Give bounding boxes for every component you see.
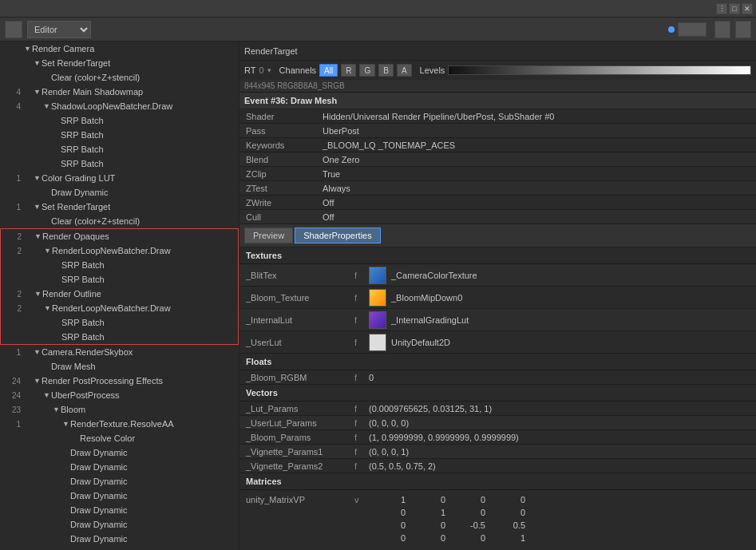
property-key: ZTest — [239, 184, 319, 193]
tree-label: Resolve Color — [80, 433, 135, 443]
tree-label: SRP Batch — [61, 130, 104, 140]
property-value: _BLOOM_LQ _TONEMAP_ACES — [319, 140, 756, 150]
texture-row: _BlitTex f _CameraColorTexture — [239, 264, 756, 287]
tree-row[interactable]: 1▼Color Grading LUT — [0, 171, 239, 185]
texture-thumb — [369, 267, 386, 284]
property-value: True — [319, 169, 756, 179]
tree-row[interactable]: 24▼UberPostProcess — [0, 388, 239, 402]
texture-f: f — [354, 338, 364, 347]
matrix-cell: 0 — [449, 506, 489, 519]
nav-left-btn[interactable] — [714, 21, 730, 38]
tree-row[interactable]: Draw Dynamic — [0, 460, 239, 474]
tree-counter: 2 — [1, 290, 25, 299]
channel-btn-r[interactable]: R — [341, 64, 356, 77]
tree-row[interactable]: SRP Batch — [1, 330, 238, 344]
tree-label: RenderLoopNewBatcher.Draw — [52, 246, 171, 255]
tree-row[interactable]: Draw Dynamic — [0, 185, 239, 200]
tree-row[interactable]: Draw Dynamic — [0, 532, 239, 546]
tree-content: SRP Batch — [24, 116, 239, 125]
matrix-cell: 0 — [369, 532, 409, 544]
channel-btn-a[interactable]: A — [397, 64, 412, 77]
tree-row[interactable]: 1▼Camera.RenderSkybox — [0, 345, 239, 359]
tree-row[interactable]: SRP Batch — [1, 258, 238, 272]
tree-row[interactable]: 23▼Bloom — [0, 402, 239, 417]
tree-row[interactable]: 24▼Render PostProcessing Effects — [0, 374, 239, 388]
rt-dropdown-icon[interactable]: ▾ — [267, 66, 271, 74]
tree-row[interactable]: SRP Batch — [0, 128, 239, 142]
tree-row[interactable]: Draw Dynamic — [0, 474, 239, 489]
property-key: ZWrite — [239, 198, 319, 208]
texture-name: _Bloom_Texture — [246, 293, 350, 303]
vector-value: (0, 0, 0, 0) — [369, 418, 409, 428]
tree-arrow-icon: ▼ — [34, 290, 42, 298]
tree-row[interactable]: Draw Dynamic — [0, 445, 239, 460]
tree-content: SRP Batch — [25, 260, 238, 270]
tree-label: Set RenderTarget — [42, 202, 110, 212]
restore-btn[interactable]: □ — [729, 3, 740, 14]
tree-row[interactable]: SRP Batch — [1, 315, 238, 330]
tree-content: Draw Dynamic — [24, 505, 239, 515]
tree-content: Resolve Color — [24, 433, 239, 443]
tree-arrow-icon: ▼ — [24, 45, 32, 53]
tree-row[interactable]: 2▼RenderLoopNewBatcher.Draw — [1, 301, 238, 315]
tree-row[interactable]: Clear (color+Z+stencil) — [0, 70, 239, 85]
texture-thumb — [369, 311, 386, 329]
tree-counter: 4 — [0, 102, 24, 111]
tree-row[interactable]: SRP Batch — [0, 156, 239, 171]
tree-row[interactable]: Resolve Color — [0, 431, 239, 445]
tree-content: ▼Render Camera — [24, 44, 239, 53]
frame-input[interactable] — [678, 22, 707, 37]
tab-shader-properties[interactable]: ShaderProperties — [295, 228, 381, 243]
tree-row[interactable]: 1▼RenderTexture.ResolveAA — [0, 417, 239, 431]
title-bar: ⋮ □ ✕ — [0, 0, 756, 18]
tree-row[interactable]: ▼Set RenderTarget — [0, 56, 239, 70]
matrix-cell: 0 — [489, 506, 528, 519]
tree-row[interactable]: SRP Batch — [0, 113, 239, 128]
tree-row[interactable]: 2▼Render Outline — [1, 287, 238, 301]
matrix-v: v — [354, 493, 364, 504]
texture-value: _BloomMipDown0 — [391, 293, 462, 303]
channel-btn-b[interactable]: B — [378, 64, 394, 77]
tree-counter: 2 — [1, 304, 25, 313]
tree-row[interactable]: ▼Render Camera — [0, 42, 239, 56]
tree-row[interactable]: 1▼Set RenderTarget — [0, 200, 239, 214]
matrix-cell: 1 — [489, 532, 528, 544]
tree-row[interactable]: SRP Batch — [1, 272, 238, 287]
tree-row[interactable]: Draw Dynamic — [0, 517, 239, 532]
close-btn[interactable]: ✕ — [742, 3, 753, 14]
tree-label: SRP Batch — [61, 332, 105, 342]
tree-row[interactable]: Draw Dynamic — [0, 503, 239, 517]
nav-right-btn[interactable] — [735, 21, 751, 38]
tree-row[interactable]: 4▼ShadowLoopNewBatcher.Draw — [0, 99, 239, 113]
tree-row[interactable]: SRP Batch — [0, 142, 239, 156]
tree-content: SRP Batch — [24, 130, 239, 140]
vector-name: _Vignette_Params1 — [246, 447, 350, 457]
channel-btn-g[interactable]: G — [359, 64, 375, 77]
tree-row[interactable]: Clear (color+Z+stencil) — [0, 214, 239, 228]
matrix-cell: 0 — [489, 493, 528, 506]
tree-label: SRP Batch — [61, 318, 105, 327]
property-row: ZWrite Off — [239, 196, 756, 210]
disable-button[interactable] — [5, 21, 22, 38]
tree-row[interactable]: 4▼Render Main Shadowmap — [0, 85, 239, 99]
property-row: Shader Hidden/Universal Render Pipeline/… — [239, 109, 756, 124]
property-key: Cull — [239, 212, 319, 222]
tab-preview[interactable]: Preview — [244, 228, 293, 243]
tree-row[interactable]: 2▼Render Opaques — [1, 229, 238, 243]
tree-arrow-icon: ▼ — [43, 102, 51, 110]
vector-f: f — [354, 447, 364, 457]
editor-select[interactable]: Editor — [27, 21, 91, 38]
frame-dot — [668, 26, 675, 33]
tree-row[interactable]: Draw Dynamic — [0, 489, 239, 503]
channel-btn-all[interactable]: All — [319, 64, 338, 77]
menu-btn[interactable]: ⋮ — [716, 3, 727, 14]
property-key: Blend — [239, 155, 319, 164]
vector-value: (1, 0.9999999, 0.9999999, 0.9999999) — [369, 433, 519, 442]
tree-row[interactable]: 2▼RenderLoopNewBatcher.Draw — [1, 243, 238, 258]
tree-arrow-icon: ▼ — [44, 247, 52, 255]
property-row: ZTest Always — [239, 181, 756, 196]
tree-row[interactable]: Draw Mesh — [0, 359, 239, 374]
tree-row[interactable]: Draw Dynamic — [0, 546, 239, 550]
tree-arrow-icon: ▼ — [34, 348, 42, 356]
tree-counter: 2 — [1, 247, 25, 255]
